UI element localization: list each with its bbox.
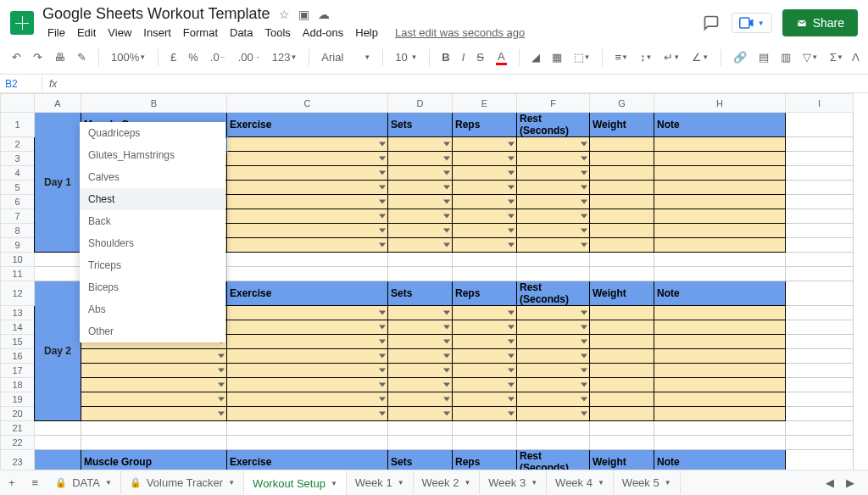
row-header[interactable]: 21: [1, 421, 35, 436]
cell[interactable]: [453, 306, 517, 320]
cell[interactable]: [453, 181, 517, 195]
day-label[interactable]: Day 2: [35, 281, 81, 421]
comments-icon[interactable]: [701, 13, 721, 33]
cell[interactable]: [654, 209, 786, 224]
cell[interactable]: [227, 253, 388, 267]
dropdown-arrow-icon[interactable]: [443, 157, 450, 161]
cell[interactable]: [517, 181, 590, 195]
cell[interactable]: [590, 152, 654, 166]
valign-button[interactable]: ↕▼: [637, 47, 655, 67]
cell[interactable]: [517, 267, 590, 281]
cell[interactable]: [786, 224, 854, 238]
day-label[interactable]: Day 1: [35, 113, 81, 253]
move-icon[interactable]: ▣: [298, 8, 309, 21]
cell[interactable]: [654, 407, 786, 421]
cell[interactable]: [786, 113, 854, 137]
grid-header-cell[interactable]: Note: [654, 113, 786, 137]
cell[interactable]: [786, 166, 854, 181]
cell[interactable]: [590, 392, 654, 407]
cell[interactable]: [388, 209, 453, 224]
cell[interactable]: [590, 137, 654, 152]
dropdown-arrow-icon[interactable]: [581, 186, 587, 190]
cell[interactable]: [227, 195, 388, 209]
name-box[interactable]: B2: [0, 76, 42, 92]
col-header[interactable]: D: [388, 94, 453, 113]
cell[interactable]: [654, 224, 786, 238]
dropdown-option[interactable]: Back: [80, 210, 225, 232]
cell[interactable]: [227, 436, 388, 450]
cell[interactable]: [81, 421, 227, 436]
dropdown-arrow-icon[interactable]: [443, 214, 450, 219]
grid-header-cell[interactable]: Sets: [388, 450, 453, 470]
cell[interactable]: [388, 335, 453, 349]
dropdown-option[interactable]: Glutes_Hamstrings: [80, 144, 225, 166]
row-header[interactable]: 8: [1, 224, 35, 238]
cell[interactable]: [388, 137, 453, 152]
dropdown-arrow-icon[interactable]: [508, 412, 515, 416]
dropdown-arrow-icon[interactable]: [508, 325, 515, 330]
dropdown-arrow-icon[interactable]: [379, 229, 386, 233]
cell[interactable]: [453, 392, 517, 407]
cell[interactable]: [388, 407, 453, 421]
cell[interactable]: [227, 224, 388, 238]
dropdown-option[interactable]: Chest: [80, 188, 225, 210]
cell[interactable]: [786, 450, 854, 470]
paint-format-icon[interactable]: ✎: [74, 47, 90, 67]
cell[interactable]: [654, 152, 786, 166]
redo-icon[interactable]: ↷: [30, 47, 46, 67]
cell[interactable]: [453, 166, 517, 181]
dropdown-option[interactable]: Shoulders: [80, 232, 225, 254]
dropdown-arrow-icon[interactable]: [581, 171, 587, 175]
cell[interactable]: [453, 137, 517, 152]
cell[interactable]: [227, 306, 388, 320]
text-color-button[interactable]: A: [492, 47, 510, 69]
cell[interactable]: [786, 306, 854, 320]
decimal-increase-button[interactable]: .00→: [235, 47, 264, 67]
undo-icon[interactable]: ↶: [8, 47, 25, 67]
cell[interactable]: [453, 421, 517, 436]
dropdown-arrow-icon[interactable]: [443, 311, 450, 315]
cell[interactable]: [654, 195, 786, 209]
cell[interactable]: [453, 335, 517, 349]
row-header[interactable]: 10: [1, 253, 35, 267]
row-header[interactable]: 13: [1, 306, 35, 320]
dropdown-arrow-icon[interactable]: [581, 340, 587, 344]
dropdown-arrow-icon[interactable]: [443, 243, 450, 248]
cell[interactable]: [590, 195, 654, 209]
dropdown-arrow-icon[interactable]: [508, 354, 515, 359]
cell[interactable]: [453, 349, 517, 364]
cell[interactable]: [590, 238, 654, 253]
cell[interactable]: [786, 392, 854, 407]
cell[interactable]: [786, 137, 854, 152]
cell[interactable]: [388, 267, 453, 281]
cell[interactable]: [388, 436, 453, 450]
row-header[interactable]: 23: [1, 450, 35, 470]
dropdown-arrow-icon[interactable]: [218, 383, 225, 387]
cell[interactable]: [654, 137, 786, 152]
cell[interactable]: [590, 364, 654, 378]
dropdown-arrow-icon[interactable]: [581, 354, 587, 359]
dropdown-arrow-icon[interactable]: [379, 398, 386, 402]
dropdown-arrow-icon[interactable]: [581, 157, 587, 161]
cell[interactable]: [517, 349, 590, 364]
dropdown-option[interactable]: Triceps: [80, 254, 225, 276]
cell[interactable]: [388, 253, 453, 267]
cell[interactable]: [227, 407, 388, 421]
cell[interactable]: [388, 306, 453, 320]
cell[interactable]: [388, 378, 453, 392]
cell[interactable]: [517, 166, 590, 181]
cell[interactable]: [654, 335, 786, 349]
dropdown-option[interactable]: Quadriceps: [80, 122, 225, 144]
cell[interactable]: [517, 436, 590, 450]
row-header[interactable]: 19: [1, 392, 35, 407]
merge-button[interactable]: ⬚▼: [570, 47, 594, 67]
cell[interactable]: [453, 152, 517, 166]
cell[interactable]: [227, 166, 388, 181]
dropdown-arrow-icon[interactable]: [379, 171, 386, 175]
menu-format[interactable]: Format: [178, 25, 223, 41]
row-header[interactable]: 20: [1, 407, 35, 421]
cell[interactable]: [81, 378, 227, 392]
row-header[interactable]: 7: [1, 209, 35, 224]
cell[interactable]: [786, 335, 854, 349]
cloud-icon[interactable]: ☁: [318, 8, 330, 21]
